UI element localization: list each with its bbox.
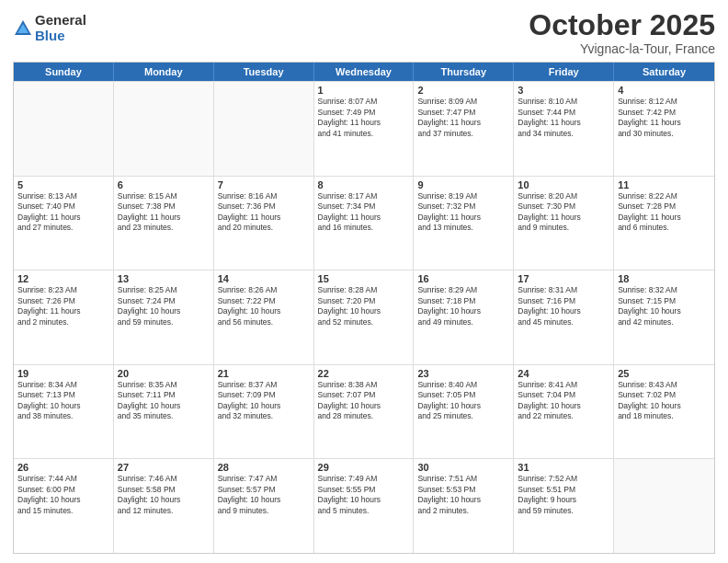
day-number: 10 (518, 179, 609, 190)
day-cell-10: 10Sunrise: 8:20 AM Sunset: 7:30 PM Dayli… (514, 177, 614, 270)
calendar-body: 1Sunrise: 8:07 AM Sunset: 7:49 PM Daylig… (14, 81, 714, 553)
day-cell-9: 9Sunrise: 8:19 AM Sunset: 7:32 PM Daylig… (414, 177, 514, 270)
day-number: 28 (218, 462, 310, 473)
day-number: 11 (618, 179, 711, 190)
day-info: Sunrise: 8:29 AM Sunset: 7:18 PM Dayligh… (417, 285, 509, 327)
day-cell-24: 24Sunrise: 8:41 AM Sunset: 7:04 PM Dayli… (514, 365, 614, 459)
day-number: 23 (417, 368, 509, 379)
day-info: Sunrise: 8:12 AM Sunset: 7:42 PM Dayligh… (618, 97, 711, 139)
calendar-row-4: 26Sunrise: 7:44 AM Sunset: 6:00 PM Dayli… (14, 458, 714, 553)
day-info: Sunrise: 7:46 AM Sunset: 5:58 PM Dayligh… (118, 474, 210, 516)
day-number: 14 (218, 273, 310, 284)
day-number: 9 (417, 179, 509, 190)
header-day-thursday: Thursday (414, 63, 514, 81)
day-info: Sunrise: 8:34 AM Sunset: 7:13 PM Dayligh… (17, 380, 109, 422)
calendar-row-1: 5Sunrise: 8:13 AM Sunset: 7:40 PM Daylig… (14, 176, 714, 270)
day-info: Sunrise: 8:23 AM Sunset: 7:26 PM Dayligh… (17, 285, 109, 327)
day-info: Sunrise: 7:51 AM Sunset: 5:53 PM Dayligh… (417, 474, 509, 516)
calendar-row-0: 1Sunrise: 8:07 AM Sunset: 7:49 PM Daylig… (14, 81, 714, 176)
day-number: 12 (17, 273, 109, 284)
day-number: 5 (17, 179, 109, 190)
day-cell-2: 2Sunrise: 8:09 AM Sunset: 7:47 PM Daylig… (414, 82, 514, 176)
day-info: Sunrise: 8:40 AM Sunset: 7:05 PM Dayligh… (417, 380, 509, 422)
calendar-header: SundayMondayTuesdayWednesdayThursdayFrid… (14, 63, 714, 81)
day-info: Sunrise: 8:22 AM Sunset: 7:28 PM Dayligh… (618, 191, 711, 234)
day-cell-5: 5Sunrise: 8:13 AM Sunset: 7:40 PM Daylig… (14, 177, 114, 270)
day-info: Sunrise: 8:20 AM Sunset: 7:30 PM Dayligh… (518, 191, 609, 234)
day-number: 29 (318, 462, 410, 473)
logo-blue: Blue (35, 29, 86, 44)
day-cell-3: 3Sunrise: 8:10 AM Sunset: 7:44 PM Daylig… (514, 82, 614, 176)
empty-cell (14, 82, 114, 176)
day-cell-23: 23Sunrise: 8:40 AM Sunset: 7:05 PM Dayli… (414, 365, 514, 459)
day-info: Sunrise: 7:52 AM Sunset: 5:51 PM Dayligh… (518, 474, 609, 516)
day-number: 7 (218, 179, 310, 190)
title-block: October 2025 Yvignac-la-Tour, France (529, 9, 715, 56)
day-cell-31: 31Sunrise: 7:52 AM Sunset: 5:51 PM Dayli… (514, 459, 614, 553)
day-cell-29: 29Sunrise: 7:49 AM Sunset: 5:55 PM Dayli… (314, 459, 415, 553)
day-number: 30 (417, 462, 509, 473)
day-info: Sunrise: 8:15 AM Sunset: 7:38 PM Dayligh… (118, 191, 210, 234)
day-cell-1: 1Sunrise: 8:07 AM Sunset: 7:49 PM Daylig… (314, 82, 415, 176)
day-info: Sunrise: 8:19 AM Sunset: 7:32 PM Dayligh… (417, 191, 509, 234)
day-info: Sunrise: 7:49 AM Sunset: 5:55 PM Dayligh… (318, 474, 410, 516)
day-number: 22 (318, 368, 410, 379)
day-number: 1 (318, 85, 410, 96)
day-cell-4: 4Sunrise: 8:12 AM Sunset: 7:42 PM Daylig… (614, 82, 714, 176)
day-cell-7: 7Sunrise: 8:16 AM Sunset: 7:36 PM Daylig… (214, 177, 314, 270)
day-cell-19: 19Sunrise: 8:34 AM Sunset: 7:13 PM Dayli… (14, 365, 114, 459)
header-day-monday: Monday (114, 63, 214, 81)
day-cell-22: 22Sunrise: 8:38 AM Sunset: 7:07 PM Dayli… (314, 365, 415, 459)
day-number: 19 (17, 368, 109, 379)
calendar-row-2: 12Sunrise: 8:23 AM Sunset: 7:26 PM Dayli… (14, 270, 714, 364)
day-number: 27 (118, 462, 210, 473)
day-cell-25: 25Sunrise: 8:43 AM Sunset: 7:02 PM Dayli… (614, 365, 714, 459)
day-info: Sunrise: 8:37 AM Sunset: 7:09 PM Dayligh… (218, 380, 310, 422)
day-info: Sunrise: 7:47 AM Sunset: 5:57 PM Dayligh… (218, 474, 310, 516)
empty-cell (614, 459, 714, 553)
day-info: Sunrise: 8:41 AM Sunset: 7:04 PM Dayligh… (518, 380, 609, 422)
day-cell-12: 12Sunrise: 8:23 AM Sunset: 7:26 PM Dayli… (14, 270, 114, 364)
empty-cell (214, 82, 314, 176)
logo: General Blue (13, 13, 86, 43)
day-number: 18 (618, 273, 711, 284)
day-cell-26: 26Sunrise: 7:44 AM Sunset: 6:00 PM Dayli… (14, 459, 114, 553)
header-day-wednesday: Wednesday (314, 63, 415, 81)
day-info: Sunrise: 7:44 AM Sunset: 6:00 PM Dayligh… (17, 474, 109, 516)
empty-cell (114, 82, 214, 176)
day-info: Sunrise: 8:10 AM Sunset: 7:44 PM Dayligh… (518, 97, 609, 139)
header-day-sunday: Sunday (14, 63, 114, 81)
day-number: 4 (618, 85, 711, 96)
day-cell-17: 17Sunrise: 8:31 AM Sunset: 7:16 PM Dayli… (514, 270, 614, 364)
day-number: 26 (17, 462, 109, 473)
day-info: Sunrise: 8:13 AM Sunset: 7:40 PM Dayligh… (17, 191, 109, 234)
header: General Blue October 2025 Yvignac-la-Tou… (13, 9, 715, 56)
day-info: Sunrise: 8:38 AM Sunset: 7:07 PM Dayligh… (318, 380, 410, 422)
page: General Blue October 2025 Yvignac-la-Tou… (0, 0, 728, 563)
day-number: 15 (318, 273, 410, 284)
day-info: Sunrise: 8:32 AM Sunset: 7:15 PM Dayligh… (618, 285, 711, 327)
day-cell-18: 18Sunrise: 8:32 AM Sunset: 7:15 PM Dayli… (614, 270, 714, 364)
day-info: Sunrise: 8:35 AM Sunset: 7:11 PM Dayligh… (118, 380, 210, 422)
calendar-row-3: 19Sunrise: 8:34 AM Sunset: 7:13 PM Dayli… (14, 364, 714, 459)
day-number: 16 (417, 273, 509, 284)
day-number: 8 (318, 179, 410, 190)
day-cell-8: 8Sunrise: 8:17 AM Sunset: 7:34 PM Daylig… (314, 177, 415, 270)
day-number: 3 (518, 85, 609, 96)
day-number: 2 (417, 85, 509, 96)
day-info: Sunrise: 8:07 AM Sunset: 7:49 PM Dayligh… (318, 97, 410, 139)
day-cell-27: 27Sunrise: 7:46 AM Sunset: 5:58 PM Dayli… (114, 459, 214, 553)
day-info: Sunrise: 8:17 AM Sunset: 7:34 PM Dayligh… (318, 191, 410, 234)
day-number: 21 (218, 368, 310, 379)
calendar: SundayMondayTuesdayWednesdayThursdayFrid… (13, 62, 715, 554)
day-info: Sunrise: 8:09 AM Sunset: 7:47 PM Dayligh… (417, 97, 509, 139)
day-cell-13: 13Sunrise: 8:25 AM Sunset: 7:24 PM Dayli… (114, 270, 214, 364)
day-info: Sunrise: 8:43 AM Sunset: 7:02 PM Dayligh… (618, 380, 711, 422)
day-number: 31 (518, 462, 609, 473)
header-day-friday: Friday (514, 63, 614, 81)
header-day-saturday: Saturday (614, 63, 714, 81)
day-cell-6: 6Sunrise: 8:15 AM Sunset: 7:38 PM Daylig… (114, 177, 214, 270)
day-number: 17 (518, 273, 609, 284)
day-cell-11: 11Sunrise: 8:22 AM Sunset: 7:28 PM Dayli… (614, 177, 714, 270)
day-cell-16: 16Sunrise: 8:29 AM Sunset: 7:18 PM Dayli… (414, 270, 514, 364)
